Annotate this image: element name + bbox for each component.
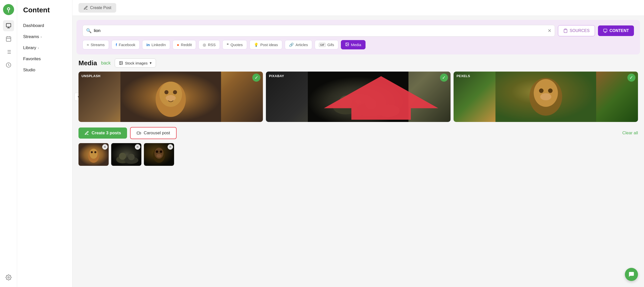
pill-post-ideas-label: Post ideas (260, 43, 278, 47)
pill-facebook-icon: f (116, 43, 117, 47)
svg-point-48 (156, 154, 162, 157)
back-link[interactable]: back (101, 60, 111, 66)
pill-rss-label: RSS (208, 43, 216, 47)
sidebar-dashboard-label: Dashboard (23, 23, 44, 28)
lion-pexels-svg (454, 72, 638, 122)
create-posts-button[interactable]: Create 3 posts (78, 127, 127, 139)
svg-point-40 (119, 153, 126, 160)
pill-gifs-label: Gifs (327, 43, 334, 47)
nav-content-icon[interactable] (3, 20, 14, 31)
pill-rss[interactable]: ◎ RSS (198, 40, 220, 49)
clear-all-button[interactable]: Clear all (622, 131, 638, 136)
image-bg-unsplash (78, 72, 263, 122)
image-card-pexels[interactable]: PEXELS ✓ (454, 72, 638, 122)
pill-facebook[interactable]: f Facebook (111, 40, 140, 49)
sources-button[interactable]: SOURCES (558, 25, 595, 36)
pill-media[interactable]: Media (341, 40, 366, 49)
pill-articles[interactable]: 🔗 Articles (285, 40, 312, 49)
svg-rect-2 (6, 23, 11, 27)
pill-quotes[interactable]: ❝ Quotes (222, 40, 247, 49)
pill-quotes-label: Quotes (230, 43, 243, 47)
selected-thumbnails: ✕ (78, 143, 638, 166)
nav-list-icon[interactable] (3, 46, 14, 57)
sidebar-library-label: Library (23, 45, 36, 50)
content-button[interactable]: CONTENT (598, 25, 634, 36)
sources-icon (563, 28, 568, 33)
pill-linkedin-icon: in (146, 43, 150, 47)
svg-point-28 (539, 88, 543, 93)
thumb-3: ✕ (144, 143, 174, 166)
search-input-wrap: 🔍 ✕ (83, 25, 555, 37)
stock-images-icon (119, 61, 123, 65)
create-post-icon (84, 6, 88, 10)
pill-linkedin[interactable]: in LinkedIn (142, 40, 170, 49)
image-card-pixabay[interactable]: PIXABAY ✓ (266, 72, 450, 122)
pill-post-ideas-icon: 💡 (254, 43, 259, 47)
pill-streams-label: Streams (91, 43, 105, 47)
topbar: Create Post (72, 0, 644, 16)
carousel-icon (137, 131, 141, 135)
search-input[interactable] (83, 25, 555, 37)
media-title: Media (78, 59, 97, 67)
svg-point-15 (165, 90, 169, 94)
nav-settings-icon[interactable] (3, 272, 14, 283)
carousel-post-button[interactable]: Carousel post (130, 127, 177, 139)
thumb-1: ✕ (78, 143, 109, 166)
create-posts-label: Create 3 posts (92, 131, 121, 136)
pill-linkedin-label: LinkedIn (151, 43, 166, 47)
sidebar-favorites-label: Favorites (23, 56, 41, 61)
lion-pixabay-svg (266, 72, 450, 122)
pill-post-ideas[interactable]: 💡 Post ideas (250, 40, 282, 49)
action-bar: Create 3 posts Carousel post Clear all (78, 127, 638, 139)
pixabay-check[interactable]: ✓ (440, 74, 448, 82)
sidebar-item-dashboard[interactable]: Dashboard (17, 20, 72, 31)
media-section: Media back Stock images ▾ ▾ (72, 58, 644, 166)
nav-clock-icon[interactable] (3, 59, 14, 71)
svg-point-35 (90, 149, 98, 159)
pill-media-label: Media (351, 43, 361, 47)
thumb-2-close[interactable]: ✕ (135, 144, 140, 150)
pill-quotes-icon: ❝ (227, 43, 229, 47)
sidebar-item-favorites[interactable]: Favorites (17, 53, 72, 65)
content-area: 🔍 ✕ SOURCES CONTENT (72, 16, 644, 287)
sidebar-title: Content (17, 6, 72, 20)
pixabay-label: PIXABAY (269, 74, 284, 78)
thumb-3-close[interactable]: ✕ (168, 144, 173, 150)
sidebar-item-streams[interactable]: Streams › (17, 31, 72, 42)
svg-point-29 (548, 88, 552, 93)
thumb-1-close[interactable]: ✕ (102, 144, 108, 150)
pexels-label: PEXELS (457, 74, 470, 78)
pill-gifs[interactable]: GIF Gifs (315, 40, 338, 49)
search-clear-icon[interactable]: ✕ (548, 28, 551, 34)
svg-point-20 (339, 95, 352, 108)
create-post-button[interactable]: Create Post (78, 3, 116, 13)
pill-streams[interactable]: ≈ Streams (83, 40, 109, 49)
create-posts-icon (85, 131, 89, 135)
svg-rect-3 (6, 37, 11, 41)
svg-point-27 (534, 79, 558, 107)
sidebar-item-studio[interactable]: Studio (17, 65, 72, 76)
search-panel: 🔍 ✕ SOURCES CONTENT (76, 20, 640, 54)
svg-point-37 (94, 151, 96, 153)
nav-calendar-icon[interactable] (3, 33, 14, 44)
nav-bar (0, 0, 17, 287)
image-card-unsplash[interactable]: UNSPLASH ✓ (78, 72, 263, 122)
lion-unsplash-svg (78, 72, 263, 122)
pill-facebook-label: Facebook (119, 43, 135, 47)
pill-articles-label: Articles (296, 43, 308, 47)
svg-point-23 (377, 104, 400, 117)
pill-reddit[interactable]: ● Reddit (173, 40, 196, 49)
pill-articles-icon: 🔗 (289, 43, 294, 47)
pill-reddit-icon: ● (177, 43, 179, 47)
sidebar-item-library[interactable]: Library › (17, 42, 72, 53)
chat-bubble[interactable] (625, 268, 638, 281)
stock-images-button[interactable]: Stock images ▾ (115, 58, 156, 68)
app-logo[interactable] (3, 4, 14, 15)
svg-rect-32 (137, 132, 140, 134)
unsplash-label: UNSPLASH (82, 74, 101, 78)
pexels-check[interactable]: ✓ (627, 74, 635, 82)
search-row: 🔍 ✕ SOURCES CONTENT (83, 25, 634, 37)
create-post-label: Create Post (90, 6, 111, 10)
svg-point-36 (91, 151, 93, 153)
stock-images-dropdown-icon: ▾ (150, 61, 152, 65)
